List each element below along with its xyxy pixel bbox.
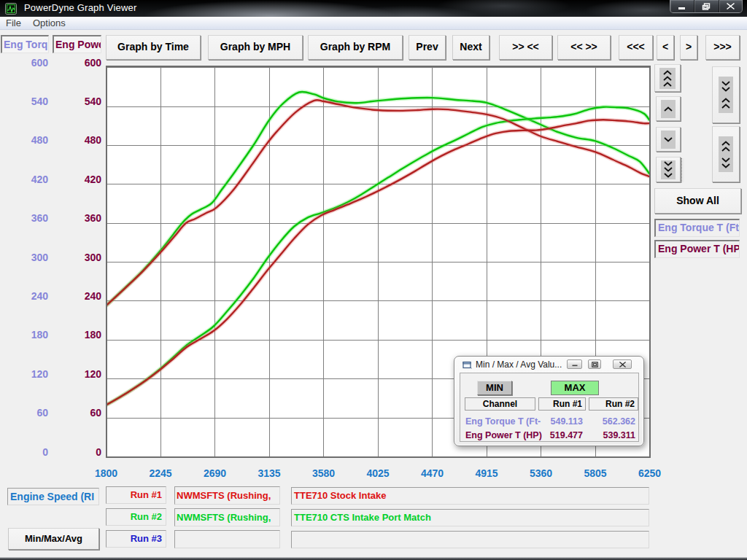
- minmax-window-body: MIN MAX ChannelRun #1Run #2Eng Torque T …: [460, 373, 639, 442]
- minmax-minimize-icon: [572, 362, 578, 367]
- max-tab-button[interactable]: MAX: [551, 381, 599, 395]
- minmax-restore-icon: [592, 362, 598, 368]
- minmax-row-1-channel: Eng Torque T (Ft-: [465, 416, 543, 427]
- minmax-restore-button[interactable]: [588, 359, 601, 369]
- minmax-close-icon: [619, 362, 626, 368]
- minmax-col-run2[interactable]: Run #2: [589, 397, 638, 411]
- minmax-row-1-run2: 562.362: [589, 416, 635, 427]
- minmax-window-icon: [462, 361, 473, 370]
- dyno-chart: [0, 0, 747, 560]
- minmax-row-2-run1: 519.477: [538, 430, 583, 440]
- minmax-window-title: Min / Max / Avg Valu...: [476, 359, 562, 370]
- minmax-row-2-run2: 539.311: [589, 430, 635, 440]
- app-window: PowerDyne Graph Viewer FileOptions En: [0, 0, 747, 560]
- min-tab-button[interactable]: MIN: [477, 381, 512, 395]
- minmax-window-icon-glyph: [462, 361, 473, 370]
- minmax-col-run1[interactable]: Run #1: [538, 397, 586, 411]
- minmax-row-2-channel: Eng Power T (HP): [465, 430, 543, 440]
- minmax-window[interactable]: Min / Max / Avg Valu... MIN MAX ChannelR…: [454, 356, 644, 446]
- minmax-window-titlebar[interactable]: Min / Max / Avg Valu...: [454, 357, 643, 373]
- minmax-col-channel[interactable]: Channel: [465, 397, 535, 411]
- minmax-minimize-button[interactable]: [567, 359, 582, 369]
- minmax-row-1-run1: 549.113: [538, 416, 583, 427]
- minmax-close-button[interactable]: [613, 359, 632, 369]
